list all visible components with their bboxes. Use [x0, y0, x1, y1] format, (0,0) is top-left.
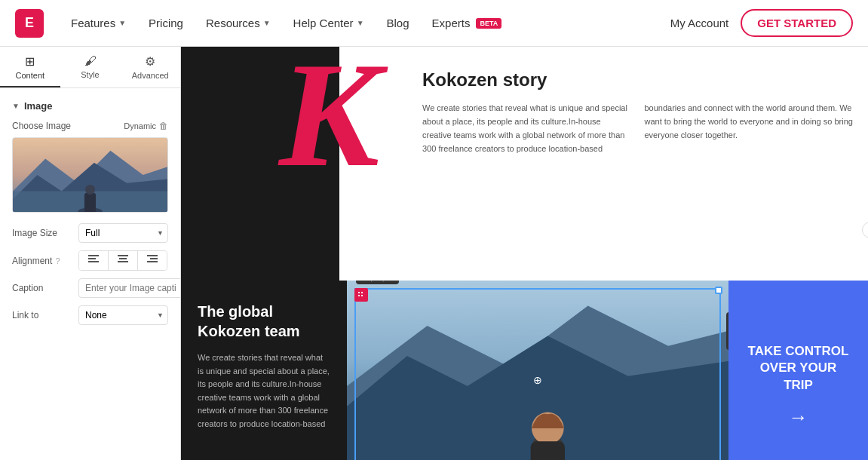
canvas-area[interactable]: K Kokozen story We create stories that r…	[181, 47, 868, 460]
svg-rect-13	[147, 255, 158, 256]
tab-style[interactable]: 🖌 Style	[60, 47, 121, 87]
resources-chevron-icon: ▼	[263, 19, 271, 27]
canvas-k-letter: K	[279, 47, 379, 190]
canvas-top-section: K Kokozen story We create stories that r…	[181, 47, 868, 281]
link-to-row: Link to None ▼	[12, 305, 168, 325]
caption-input[interactable]	[78, 278, 180, 298]
nav-pricing[interactable]: Pricing	[140, 12, 192, 34]
dark-panel-title: The global Kokozen team	[198, 302, 330, 341]
tab-advanced[interactable]: ⚙ Advanced	[120, 47, 180, 87]
content-tab-icon: ⊞	[25, 54, 35, 69]
image-size-select[interactable]: Full	[78, 223, 168, 243]
nav-blog[interactable]: Blog	[378, 12, 419, 34]
alignment-row: Alignment ?	[12, 250, 168, 271]
story-title: Kokozen story	[422, 69, 853, 90]
story-text-2: boundaries and connect with the world ar…	[645, 101, 854, 156]
app-body: ⊞ Content 🖌 Style ⚙ Advanced ▼ Image Cho…	[0, 47, 868, 460]
image-size-row: Image Size Full ▼	[12, 223, 168, 243]
svg-rect-25	[531, 441, 565, 460]
alignment-label: Alignment ?	[12, 256, 72, 266]
alignment-help-icon[interactable]: ?	[55, 256, 60, 265]
beta-badge: BETA	[476, 18, 501, 29]
svg-rect-11	[119, 258, 127, 259]
nav-experts[interactable]: Experts BETA	[423, 12, 511, 34]
my-account-link[interactable]: My Account	[670, 17, 729, 29]
nav-resources[interactable]: Resources ▼	[197, 12, 280, 34]
sidebar-tabs: ⊞ Content 🖌 Style ⚙ Advanced	[0, 47, 180, 88]
sidebar-content: ▼ Image Choose Image Dynamic 🗑	[0, 88, 180, 460]
nav-help-center[interactable]: Help Center ▼	[284, 12, 373, 34]
story-text-columns: We create stories that reveal what is un…	[422, 101, 853, 156]
svg-rect-8	[88, 258, 96, 259]
choose-image-label: Choose Image	[12, 121, 71, 131]
align-right-button[interactable]	[138, 251, 167, 270]
nav-features[interactable]: Features ▼	[62, 12, 135, 34]
navbar: E Features ▼ Pricing Resources ▼ Help Ce…	[0, 0, 868, 47]
get-started-button[interactable]: GET STARTED	[741, 9, 853, 37]
nav-links: Features ▼ Pricing Resources ▼ Help Cent…	[62, 12, 670, 34]
canvas-blue-cta: TAKE CONTROL OVER YOUR TRIP →	[728, 281, 868, 460]
link-to-select[interactable]: None	[78, 305, 168, 325]
section-image-label: Image	[24, 100, 53, 112]
image-size-label: Image Size	[12, 228, 72, 238]
trash-icon[interactable]: 🗑	[159, 121, 168, 131]
story-text-1: We create stories that reveal what is un…	[422, 101, 631, 156]
canvas-dark-panel: The global Kokozen team We create storie…	[181, 281, 347, 460]
help-chevron-icon: ▼	[357, 19, 364, 27]
svg-rect-9	[88, 261, 99, 262]
features-chevron-icon: ▼	[118, 19, 126, 27]
style-tab-icon: 🖌	[84, 54, 97, 68]
nav-right: My Account GET STARTED	[670, 9, 853, 37]
image-preview[interactable]	[12, 137, 168, 213]
canvas-story-section: Kokozen story We create stories that rev…	[339, 47, 868, 281]
align-left-button[interactable]	[79, 251, 109, 270]
caption-row: Caption	[12, 278, 168, 298]
image-size-select-wrap: Full ▼	[78, 223, 168, 243]
svg-point-6	[85, 185, 95, 195]
blue-arrow-icon: →	[789, 406, 808, 429]
tab-content[interactable]: ⊞ Content	[0, 47, 60, 87]
svg-rect-15	[147, 261, 158, 262]
canvas-content: K Kokozen story We create stories that r…	[181, 47, 868, 460]
canvas-photo-section: ✕ | ⊞ | ✕ ✕ | ⊞	[347, 281, 728, 460]
alignment-buttons	[78, 250, 167, 271]
advanced-tab-icon: ⚙	[145, 54, 155, 69]
link-to-select-wrap: None ▼	[78, 305, 168, 325]
link-to-label: Link to	[12, 310, 72, 320]
svg-rect-10	[118, 255, 128, 256]
svg-rect-5	[84, 193, 96, 212]
section-collapse-icon[interactable]: ▼	[12, 102, 20, 110]
dynamic-label: Dynamic	[124, 121, 156, 130]
canvas-bottom-section: The global Kokozen team We create storie…	[181, 281, 868, 460]
align-center-button[interactable]	[109, 251, 138, 270]
svg-rect-7	[88, 255, 99, 256]
image-section-header: ▼ Image	[12, 100, 168, 112]
choose-image-row: Choose Image Dynamic 🗑	[12, 121, 168, 131]
dark-panel-text: We create stories that reveal what is un…	[198, 351, 330, 431]
blue-cta-text: TAKE CONTROL OVER YOUR TRIP	[744, 343, 853, 393]
svg-rect-12	[118, 261, 128, 262]
sidebar-panel: ⊞ Content 🖌 Style ⚙ Advanced ▼ Image Cho…	[0, 47, 181, 460]
svg-rect-14	[150, 258, 158, 259]
logo[interactable]: E	[15, 9, 44, 38]
dynamic-badge: Dynamic 🗑	[124, 121, 168, 131]
caption-label: Caption	[12, 283, 72, 293]
